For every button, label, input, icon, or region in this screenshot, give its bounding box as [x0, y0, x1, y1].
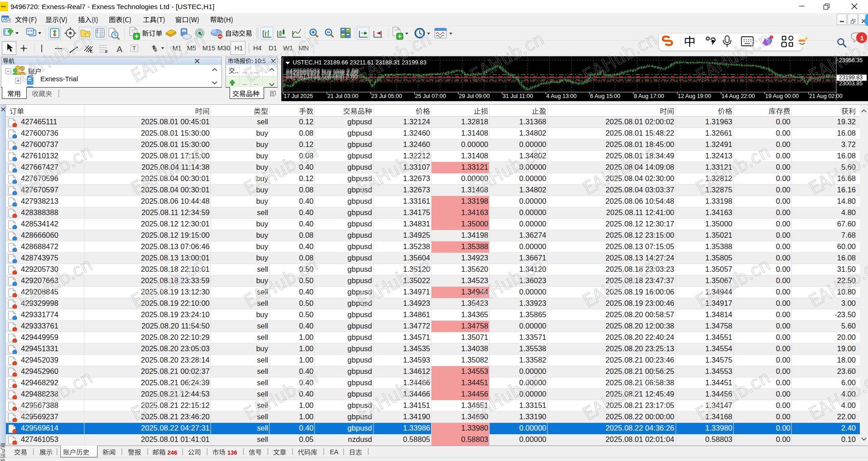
- svg-text:USTEC,H1 23189.66 23211.61 23: USTEC,H1 23189.66 23211.61 23188.31 2319…: [293, 59, 427, 66]
- svg-text:29 Jul 09:00: 29 Jul 09:00: [459, 93, 490, 99]
- svg-text:E: E: [90, 49, 93, 54]
- svg-text:A: A: [117, 44, 123, 54]
- svg-text:23956.35: 23956.35: [839, 57, 863, 64]
- svg-text:...: ...: [254, 68, 258, 74]
- svg-text:...: ...: [242, 68, 247, 74]
- svg-text:19 Aug 00:00: 19 Aug 00:00: [765, 93, 799, 99]
- svg-text:#429613756 sell stop 2.00: #429613756 sell stop 2.00: [286, 74, 358, 81]
- svg-text:21 Aug 02:00: 21 Aug 02:00: [809, 93, 843, 99]
- svg-text:...: ...: [254, 80, 258, 86]
- svg-text:4 Aug 13:00: 4 Aug 13:00: [546, 93, 577, 99]
- svg-text:1: 1: [860, 34, 864, 42]
- svg-text:25 Jul 07:00: 25 Jul 07:00: [415, 93, 446, 99]
- svg-text:23 Jul 05:00: 23 Jul 05:00: [371, 93, 402, 99]
- svg-text:12 Aug 19:00: 12 Aug 19:00: [678, 93, 711, 99]
- svg-text:F: F: [105, 49, 108, 54]
- svg-text:6 Aug 15:00: 6 Aug 15:00: [590, 93, 621, 99]
- svg-text:T: T: [132, 45, 136, 52]
- svg-text:23003.85: 23003.85: [839, 80, 863, 87]
- svg-text:21 Jul 03:00: 21 Jul 03:00: [328, 93, 358, 99]
- svg-text:31 Jul 11:00: 31 Jul 11:00: [503, 93, 533, 99]
- svg-text:14 Aug 22:00: 14 Aug 22:00: [721, 93, 755, 99]
- svg-text:17 Jul 2025: 17 Jul 2025: [284, 93, 313, 99]
- svg-text:8 Aug 17:00: 8 Aug 17:00: [634, 93, 664, 99]
- svg-text:...: ...: [242, 80, 247, 86]
